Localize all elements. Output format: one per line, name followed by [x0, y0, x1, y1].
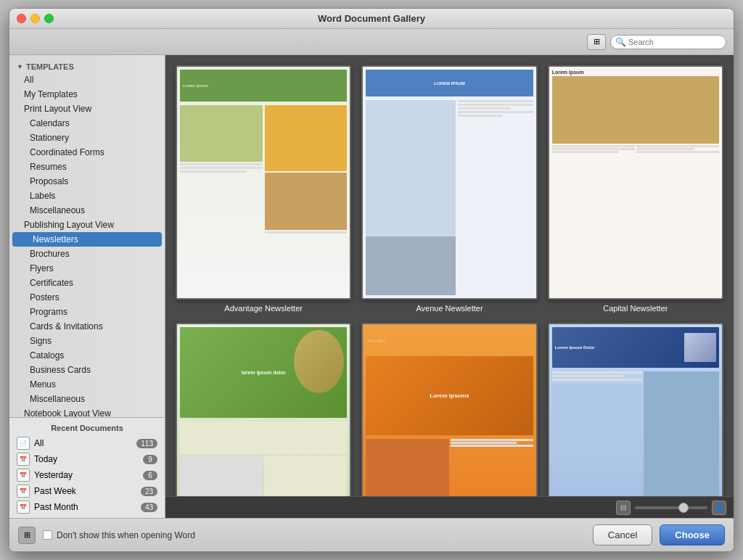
template-thumb-advantage: Lorem Ipsum	[176, 65, 351, 300]
sidebar-item-proposals[interactable]: Proposals	[9, 174, 165, 189]
view-toggle-button[interactable]: ⊞	[587, 34, 606, 50]
template-thumb-float: Lorem Ipsum Dolor	[548, 323, 723, 496]
sidebar-item-all[interactable]: All	[9, 73, 165, 87]
grid-view-icon: ⊞	[594, 37, 600, 46]
recent-item-past-month[interactable]: 📅 Past Month 43	[9, 499, 165, 515]
sidebar-item-labels[interactable]: Labels	[9, 189, 165, 203]
small-grid-button[interactable]: ⊟	[616, 501, 631, 515]
sidebar-item-my-templates[interactable]: My Templates	[9, 87, 165, 102]
recent-item-all[interactable]: 📄 All 113	[9, 435, 165, 451]
sidebar-item-signs[interactable]: Signs	[9, 334, 165, 348]
triangle-icon: ▼	[17, 63, 23, 70]
recent-all-icon: 📄	[17, 437, 30, 450]
template-thumb-checkerboard: lorem ipsum dolor	[176, 323, 351, 496]
cancel-button[interactable]: Cancel	[593, 524, 652, 545]
large-grid-button[interactable]: 👤	[712, 501, 726, 515]
template-card-advantage[interactable]: Lorem Ipsum	[176, 65, 351, 313]
choose-button[interactable]: Choose	[660, 524, 725, 545]
template-label-capital: Capital Newsletter	[603, 304, 668, 313]
template-thumb-capital: Lorem Ipsum	[548, 65, 723, 300]
sidebar-item-brochures[interactable]: Brochures	[9, 247, 165, 261]
template-card-float[interactable]: Lorem Ipsum Dolor	[548, 323, 723, 496]
content-area: Lorem Ipsum	[165, 55, 734, 518]
sidebar-item-catalogs[interactable]: Catalogs	[9, 348, 165, 363]
sidebar-templates-scroll: ▼ TEMPLATES All My Templates Print Layou…	[9, 55, 165, 417]
sidebar-item-miscellaneous2[interactable]: Miscellaneous	[9, 392, 165, 406]
sidebar-item-cards-invitations[interactable]: Cards & Invitations	[9, 319, 165, 334]
dont-show-checkbox[interactable]	[43, 530, 52, 540]
recent-item-yesterday[interactable]: 📅 Yesterday 6	[9, 467, 165, 483]
template-card-checkerboard[interactable]: lorem ipsum dolor	[176, 323, 351, 496]
search-icon: 🔍	[615, 37, 626, 47]
sidebar-item-menus[interactable]: Menus	[9, 377, 165, 392]
recent-past-week-icon: 📅	[17, 485, 30, 498]
sidebar-item-flyers[interactable]: Flyers	[9, 261, 165, 276]
toolbar: ⊞ 🔍	[9, 29, 734, 55]
zoom-button[interactable]	[44, 14, 54, 23]
template-gallery: Lorem Ipsum	[165, 55, 734, 496]
minimize-button[interactable]	[30, 14, 40, 23]
titlebar: Word Document Gallery	[9, 9, 734, 29]
template-card-fall[interactable]: FALL 2024 Lorem Ipsums	[361, 323, 537, 496]
main-area: ▼ TEMPLATES All My Templates Print Layou…	[9, 55, 734, 518]
template-card-avenue[interactable]: LOREM IPSUM	[361, 65, 537, 313]
template-card-capital[interactable]: Lorem Ipsum	[548, 65, 723, 313]
search-input[interactable]	[628, 38, 721, 46]
traffic-lights	[17, 14, 54, 23]
sidebar-item-publishing-layout-view[interactable]: Publishing Layout View	[9, 218, 165, 232]
sidebar-item-programs[interactable]: Programs	[9, 305, 165, 319]
sidebar-item-certificates[interactable]: Certificates	[9, 276, 165, 290]
templates-section-header: ▼ TEMPLATES	[9, 59, 165, 73]
sidebar-item-calendars[interactable]: Calendars	[9, 116, 165, 131]
template-thumb-avenue: LOREM IPSUM	[361, 65, 537, 300]
sidebar-item-business-cards[interactable]: Business Cards	[9, 363, 165, 377]
sidebar-item-print-layout-view[interactable]: Print Layout View	[9, 102, 165, 116]
sidebar-item-resumes[interactable]: Resumes	[9, 160, 165, 174]
sidebar-item-miscellaneous1[interactable]: Miscellaneous	[9, 203, 165, 218]
zoom-slider-area: ⊟ 👤	[173, 501, 726, 515]
recent-item-today[interactable]: 📅 Today 9	[9, 451, 165, 467]
sidebar-item-notebook-layout-view[interactable]: Notebook Layout View	[9, 406, 165, 417]
sidebar: ▼ TEMPLATES All My Templates Print Layou…	[9, 55, 165, 518]
close-button[interactable]	[17, 14, 26, 23]
template-label-avenue: Avenue Newsletter	[416, 304, 483, 313]
sidebar-item-posters[interactable]: Posters	[9, 290, 165, 305]
template-label-advantage: Advantage Newsletter	[224, 304, 303, 313]
footer-checkbox-area: Don't show this when opening Word	[43, 530, 586, 540]
sidebar-item-stationery[interactable]: Stationery	[9, 131, 165, 145]
content-bottom-bar: ⊟ 👤	[165, 496, 734, 518]
footer: ⊞ Don't show this when opening Word Canc…	[9, 518, 734, 551]
sidebar-item-newsletters[interactable]: Newsletters	[12, 232, 162, 247]
template-thumb-fall: FALL 2024 Lorem Ipsums	[361, 323, 537, 496]
zoom-track	[635, 506, 707, 509]
zoom-thumb[interactable]	[678, 503, 689, 513]
footer-icon: ⊞	[18, 527, 36, 544]
main-window: Word Document Gallery ⊞ 🔍 ▼ TEMPLATES Al…	[9, 8, 734, 552]
sidebar-recent: Recent Documents 📄 All 113 📅 Today 9 📅 Y…	[9, 417, 165, 518]
templates-header-label: TEMPLATES	[26, 62, 74, 71]
recent-today-icon: 📅	[17, 453, 30, 466]
recent-yesterday-icon: 📅	[17, 469, 30, 482]
recent-past-month-icon: 📅	[17, 501, 30, 514]
window-title: Word Document Gallery	[318, 13, 425, 24]
recent-documents-header: Recent Documents	[9, 421, 165, 435]
recent-item-past-week[interactable]: 📅 Past Week 23	[9, 483, 165, 499]
search-box: 🔍	[610, 35, 726, 49]
dont-show-label: Don't show this when opening Word	[57, 530, 195, 540]
sidebar-item-coordinated-forms[interactable]: Coordinated Forms	[9, 145, 165, 160]
